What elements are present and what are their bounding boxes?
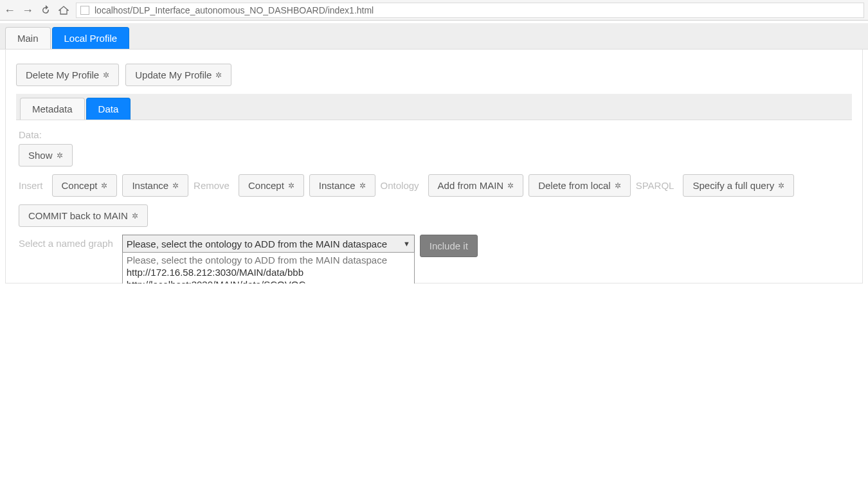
ontology-select[interactable]: Please, select the ontology to ADD from …: [122, 235, 415, 253]
gear-icon: ✲: [359, 181, 366, 190]
select-graph-label: Select a named graph: [19, 238, 113, 249]
button-label: Concept: [248, 180, 284, 191]
tab-main[interactable]: Main: [5, 27, 51, 49]
back-icon[interactable]: ←: [4, 4, 15, 16]
gear-icon: ✲: [101, 181, 107, 190]
forward-icon[interactable]: →: [22, 4, 33, 16]
gear-icon: ✲: [215, 71, 222, 80]
url-bar[interactable]: localhost/DLP_Interface_autonomous_NO_DA…: [76, 3, 864, 18]
home-icon[interactable]: [58, 4, 69, 16]
update-profile-button[interactable]: Update My Profile ✲: [125, 64, 231, 86]
gear-icon: ✲: [172, 181, 179, 190]
insert-label: Insert: [19, 180, 43, 191]
add-from-main-button[interactable]: Add from MAIN✲: [428, 174, 524, 197]
gear-icon: ✲: [103, 71, 109, 80]
remove-label: Remove: [194, 180, 230, 191]
profile-panel: Delete My Profile ✲ Update My Profile ✲ …: [5, 50, 863, 284]
chevron-down-icon: ▼: [403, 240, 410, 248]
include-it-button[interactable]: Include it: [420, 235, 478, 257]
ontology-option[interactable]: http://localhost:3030/MAIN/data/SCOVOC: [123, 278, 414, 284]
commit-button[interactable]: COMMIT back to MAIN✲: [19, 204, 148, 227]
sparql-label: SPARQL: [636, 180, 674, 191]
tab-label: Metadata: [32, 104, 73, 114]
url-text: localhost/DLP_Interface_autonomous_NO_DA…: [95, 5, 374, 15]
remove-instance-button[interactable]: Instance✲: [309, 174, 375, 197]
select-display[interactable]: Please, select the ontology to ADD from …: [122, 235, 415, 253]
ontology-option[interactable]: http://172.16.58.212:3030/MAIN/data/bbb: [123, 266, 414, 278]
data-label: Data:: [19, 129, 849, 140]
button-label: Delete My Profile: [26, 69, 99, 80]
specify-query-button[interactable]: Specify a full query✲: [683, 174, 794, 197]
insert-instance-button[interactable]: Instance✲: [122, 174, 188, 197]
button-label: Add from MAIN: [438, 180, 504, 191]
delete-from-local-button[interactable]: Delete from local✲: [529, 174, 631, 197]
button-label: Delete from local: [538, 180, 611, 191]
reload-icon[interactable]: [40, 4, 51, 16]
browser-chrome: ← → localhost/DLP_Interface_autonomous_N…: [0, 0, 868, 21]
ontology-option[interactable]: Please, select the ontology to ADD from …: [123, 254, 414, 266]
sub-tabs: Metadata Data: [16, 94, 852, 120]
tab-local-profile[interactable]: Local Profile: [52, 27, 130, 49]
top-tabs: Main Local Profile: [0, 23, 868, 50]
button-label: Show: [28, 150, 53, 161]
gear-icon: ✲: [288, 181, 294, 190]
button-label: Concept: [62, 180, 98, 191]
actions-row: Insert Concept✲ Instance✲ Remove Concept…: [19, 174, 849, 197]
button-label: Instance: [319, 180, 356, 191]
gear-icon: ✲: [507, 181, 514, 190]
button-label: Instance: [132, 180, 168, 191]
gear-icon: ✲: [778, 181, 784, 190]
button-label: COMMIT back to MAIN: [28, 210, 128, 221]
gear-icon: ✲: [615, 181, 621, 190]
delete-profile-button[interactable]: Delete My Profile ✲: [16, 64, 119, 86]
page-icon: [80, 6, 89, 15]
ontology-label: Ontology: [381, 180, 419, 191]
page-body: Main Local Profile Delete My Profile ✲ U…: [0, 23, 868, 284]
tab-data[interactable]: Data: [86, 98, 131, 120]
gear-icon: ✲: [132, 212, 138, 221]
show-button[interactable]: Show ✲: [19, 144, 73, 166]
button-label: Include it: [429, 240, 468, 251]
tab-label: Data: [98, 104, 119, 114]
button-label: Specify a full query: [692, 180, 774, 191]
tab-metadata[interactable]: Metadata: [20, 98, 85, 120]
select-value: Please, select the ontology to ADD from …: [127, 239, 387, 249]
insert-concept-button[interactable]: Concept✲: [52, 174, 118, 197]
data-panel: Data: Show ✲ Insert Concept✲ Instance✲ R…: [16, 120, 852, 267]
remove-concept-button[interactable]: Concept✲: [239, 174, 304, 197]
tab-label: Local Profile: [64, 33, 118, 44]
ontology-dropdown[interactable]: Please, select the ontology to ADD from …: [122, 252, 415, 284]
gear-icon: ✲: [57, 151, 63, 160]
tab-label: Main: [17, 33, 39, 44]
button-label: Update My Profile: [135, 69, 212, 80]
